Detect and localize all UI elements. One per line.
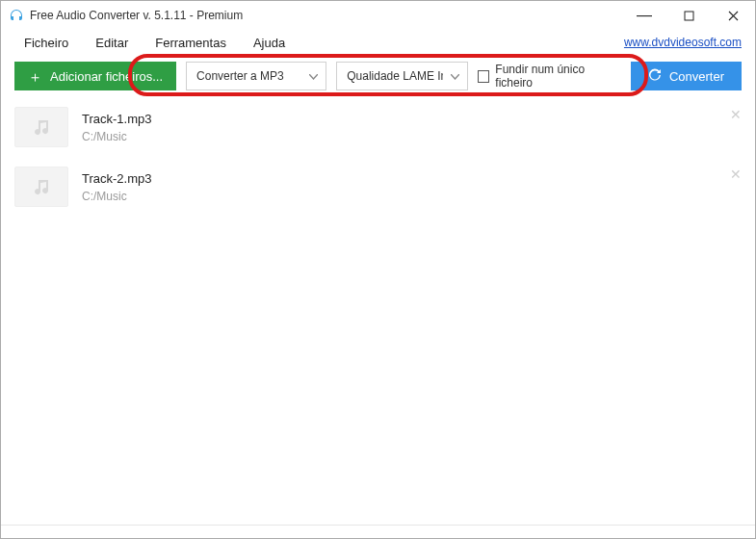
maximize-button[interactable] xyxy=(666,1,711,30)
add-files-button[interactable]: ＋ Adicionar ficheiros... xyxy=(14,62,176,90)
convert-label: Converter xyxy=(669,69,724,84)
track-list: Track-1.mp3 C:/Music ✕ Track-2.mp3 C:/Mu… xyxy=(1,97,755,217)
chevron-down-icon xyxy=(309,69,318,83)
chevron-down-icon xyxy=(451,69,459,83)
track-name: Track-2.mp3 xyxy=(82,171,151,186)
headphones-icon xyxy=(9,8,24,23)
add-files-label: Adicionar ficheiros... xyxy=(50,69,163,84)
plus-icon: ＋ xyxy=(28,69,42,84)
convert-button[interactable]: Converter xyxy=(631,62,742,90)
minimize-button[interactable]: — xyxy=(622,1,666,30)
menu-help[interactable]: Ajuda xyxy=(240,32,299,54)
track-path: C:/Music xyxy=(82,130,151,143)
merge-checkbox[interactable]: Fundir num único ficheiro xyxy=(478,63,621,90)
menu-bar: Ficheiro Editar Ferramentas Ajuda www.dv… xyxy=(1,30,755,55)
status-bar xyxy=(1,525,755,538)
title-bar: Free Audio Converter v. 5.1.11 - Premium… xyxy=(1,1,755,30)
merge-label: Fundir num único ficheiro xyxy=(495,63,621,90)
window-title: Free Audio Converter v. 5.1.11 - Premium xyxy=(30,9,243,22)
list-item[interactable]: Track-2.mp3 C:/Music ✕ xyxy=(1,157,755,217)
list-item[interactable]: Track-1.mp3 C:/Music ✕ xyxy=(1,97,755,157)
track-path: C:/Music xyxy=(82,190,151,203)
menu-file[interactable]: Ficheiro xyxy=(11,32,82,54)
audio-file-icon xyxy=(14,107,68,147)
checkbox-icon xyxy=(478,70,490,83)
refresh-icon xyxy=(648,68,662,85)
format-dropdown[interactable]: Converter a MP3 xyxy=(186,62,326,90)
close-button[interactable] xyxy=(711,1,755,30)
remove-item-button[interactable]: ✕ xyxy=(730,167,742,182)
format-value: Converter a MP3 xyxy=(196,69,284,83)
remove-item-button[interactable]: ✕ xyxy=(730,107,742,122)
website-link[interactable]: www.dvdvideosoft.com xyxy=(624,36,742,49)
menu-edit[interactable]: Editar xyxy=(82,32,142,54)
menu-tools[interactable]: Ferramentas xyxy=(142,32,240,54)
audio-file-icon xyxy=(14,167,68,207)
quality-dropdown[interactable]: Qualidade LAME Insane xyxy=(336,62,467,90)
track-name: Track-1.mp3 xyxy=(82,112,151,126)
quality-value: Qualidade LAME Insane xyxy=(347,69,442,83)
svg-rect-0 xyxy=(685,12,693,20)
toolbar: ＋ Adicionar ficheiros... Converter a MP3… xyxy=(1,55,755,97)
